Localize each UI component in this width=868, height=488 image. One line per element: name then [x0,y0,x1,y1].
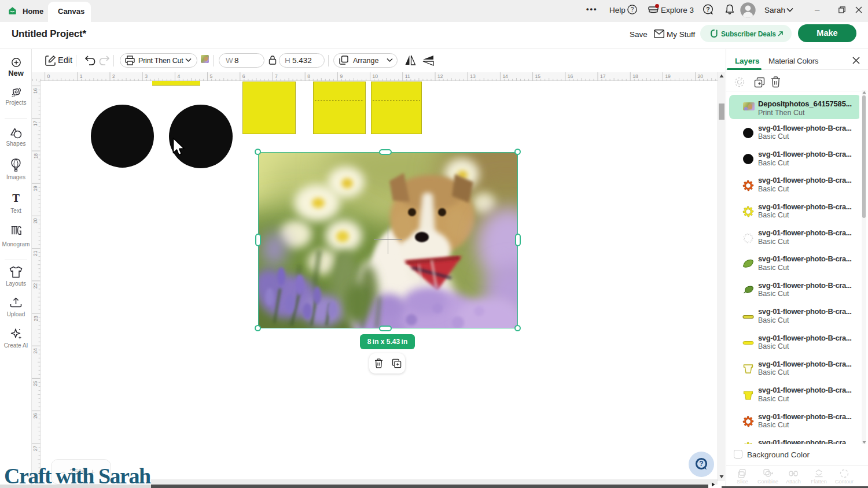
svg-text:10: 10 [373,73,378,79]
svg-text:?: ? [706,6,709,13]
svg-text:11: 11 [405,73,410,79]
svg-text:23: 23 [33,316,39,321]
svg-text:4: 4 [177,73,180,79]
svg-text:20: 20 [698,73,704,79]
svg-text:18: 18 [632,73,638,79]
svg-text:5: 5 [210,73,213,79]
svg-text:22: 22 [33,283,39,289]
svg-text:27: 27 [33,446,39,452]
svg-text:9: 9 [340,73,343,79]
svg-text:16: 16 [33,88,39,94]
svg-text:17: 17 [600,73,606,79]
svg-text:26: 26 [33,413,39,419]
svg-text:3: 3 [145,73,148,79]
svg-text:21: 21 [33,250,39,256]
svg-text:?: ? [631,6,634,13]
svg-text:25: 25 [33,380,39,386]
svg-text:7: 7 [275,73,278,79]
svg-text:1: 1 [80,73,83,79]
svg-text:19: 19 [33,186,39,191]
svg-text:?: ? [699,460,703,468]
svg-text:12: 12 [437,73,443,79]
svg-text:19: 19 [665,73,671,79]
svg-text:17: 17 [33,121,39,127]
svg-text:8: 8 [307,73,310,79]
svg-text:20: 20 [33,218,39,224]
svg-text:13: 13 [470,73,476,79]
svg-text:0: 0 [47,73,50,79]
svg-text:18: 18 [33,153,39,159]
svg-text:16: 16 [568,73,573,79]
svg-text:2: 2 [112,73,115,79]
svg-text:15: 15 [535,73,541,79]
svg-text:6: 6 [242,73,245,79]
svg-text:14: 14 [502,73,508,79]
svg-text:24: 24 [33,348,39,354]
